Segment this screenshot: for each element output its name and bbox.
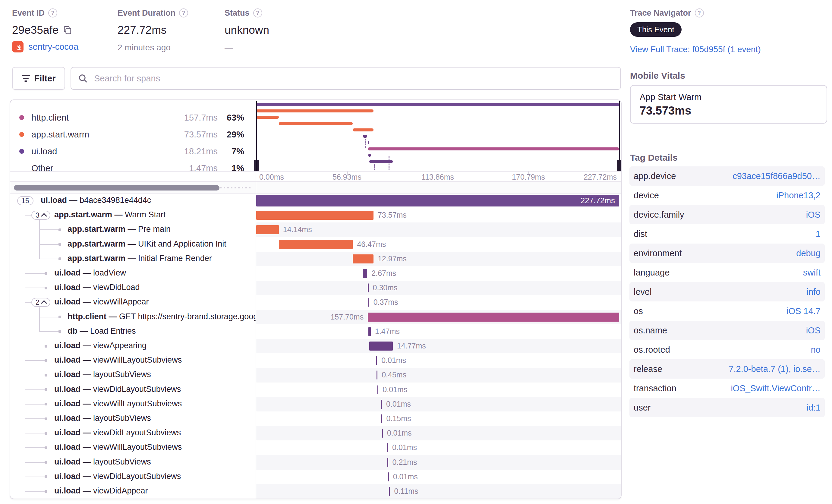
tag-value-link[interactable]: swift <box>803 263 821 282</box>
span-label: app.start.warm — Initial Frame Render <box>68 254 212 263</box>
span-row[interactable]: 3app.start.warm — Warm Start73.57ms <box>10 208 621 222</box>
event-id-label: Event ID <box>12 8 45 18</box>
minimap-drag-handle-right[interactable] <box>617 160 622 171</box>
span-row[interactable]: ui.load — viewDidLayoutSubviews0.01ms <box>10 382 621 397</box>
axis-tick-label: 113.86ms <box>421 173 454 182</box>
span-row[interactable]: ui.load — layoutSubViews0.15ms <box>10 412 621 426</box>
span-op: ui.load — <box>54 457 93 466</box>
tag-row: os.rootedno <box>629 340 825 359</box>
span-row[interactable]: app.start.warm — Initial Frame Render12.… <box>10 252 621 266</box>
help-icon[interactable]: ? <box>179 8 188 18</box>
tag-value-link[interactable]: iOS <box>806 205 821 224</box>
span-row[interactable]: ui.load — viewAppearing14.77ms <box>10 339 621 353</box>
help-icon[interactable]: ? <box>48 8 57 18</box>
help-icon[interactable]: ? <box>695 8 704 18</box>
span-op: ui.load — <box>54 428 93 437</box>
breakdown-row[interactable]: ui.load18.21ms7% <box>10 143 256 160</box>
span-op: ui.load — <box>54 283 93 292</box>
span-duration-label: 46.47ms <box>357 240 386 249</box>
span-tree-cell: ui.load — loadView <box>10 266 256 281</box>
span-op: app.start.warm — <box>54 210 125 219</box>
op-color-dot <box>19 132 24 137</box>
this-event-badge[interactable]: This Event <box>630 22 682 37</box>
span-tree-cell: app.start.warm — Pre main <box>10 222 256 237</box>
span-row[interactable]: ui.load — viewWillLayoutSubviews0.01ms <box>10 353 621 368</box>
tree-connector-dot <box>45 446 47 449</box>
copy-icon[interactable] <box>63 25 72 35</box>
span-tree-cell: app.start.warm — Initial Frame Render <box>10 252 256 266</box>
span-row[interactable]: ui.load — viewDidAppear0.11ms <box>10 484 621 499</box>
op-name: ui.load <box>31 147 57 156</box>
axis-tick-label: 170.79ms <box>512 173 545 182</box>
tag-value-link[interactable]: info <box>806 282 821 301</box>
search-input[interactable] <box>94 73 614 84</box>
event-id-section: Event ID ? 29e35afe sentry-cocoa <box>12 7 78 52</box>
span-row[interactable]: db — Load Entries1.47ms <box>10 324 621 339</box>
view-full-trace-link[interactable]: View Full Trace: f05d955f (1 event) <box>630 45 761 54</box>
span-description: viewWillLayoutSubviews <box>93 355 182 365</box>
filter-button[interactable]: Filter <box>12 67 65 90</box>
span-label: app.start.warm — UIKit and Application I… <box>68 239 226 249</box>
span-row[interactable]: ui.load — viewWillLayoutSubviews0.01ms <box>10 397 621 412</box>
breakdown-row[interactable]: http.client157.7ms63% <box>10 109 256 126</box>
span-row[interactable]: ui.load — loadView2.67ms <box>10 266 621 281</box>
tree-connector-dot <box>45 345 47 348</box>
span-row[interactable]: 15ui.load — b4ace34981e44d4c227.72ms <box>10 193 621 208</box>
span-row[interactable]: http.client — GET https://sentry-brand.s… <box>10 310 621 324</box>
op-color-dot <box>19 115 24 120</box>
span-children-badge[interactable]: 2 <box>31 298 50 307</box>
span-description: viewDidLayoutSubviews <box>93 472 181 481</box>
row-background <box>256 397 621 412</box>
span-label: ui.load — viewDidLayoutSubviews <box>54 472 181 481</box>
tag-value-link[interactable]: no <box>811 340 821 359</box>
span-row[interactable]: ui.load — layoutSubViews0.45ms <box>10 368 621 382</box>
tag-key: language <box>634 263 670 282</box>
span-description: viewDidLayoutSubviews <box>93 428 181 437</box>
span-op: app.start.warm — <box>68 224 138 234</box>
span-row[interactable]: ui.load — viewDidLoad0.30ms <box>10 281 621 295</box>
tag-value-link[interactable]: iOS <box>806 321 821 340</box>
span-row[interactable]: app.start.warm — Pre main14.14ms <box>10 222 621 237</box>
scrollbar-thumb[interactable] <box>14 185 219 190</box>
tag-value-link[interactable]: c93ace15f866a9d50… <box>732 166 821 186</box>
tag-key: user <box>634 398 651 417</box>
span-tree-cell: ui.load — viewAppearing <box>10 339 256 353</box>
tag-value-link[interactable]: iPhone13,2 <box>776 186 821 205</box>
span-children-badge[interactable]: 3 <box>31 211 50 220</box>
span-row[interactable]: ui.load — viewDidLayoutSubviews0.01ms <box>10 426 621 441</box>
span-op: ui.load — <box>54 486 93 495</box>
help-icon[interactable]: ? <box>253 8 262 18</box>
span-children-badge[interactable]: 15 <box>17 196 33 205</box>
status-value: unknown <box>225 24 269 36</box>
minimap-drag-handle-left[interactable] <box>254 160 259 171</box>
project-link[interactable]: sentry-cocoa <box>28 42 78 52</box>
tag-row: transactioniOS_Swift.ViewContr… <box>629 379 825 398</box>
tag-value-link[interactable]: iOS 14.7 <box>786 301 821 321</box>
minimap-span-bar <box>368 148 619 151</box>
axis-tick-label: 227.72ms <box>583 173 617 182</box>
span-op: ui.load — <box>54 384 93 394</box>
panel-divider[interactable] <box>256 100 256 499</box>
breakdown-row[interactable]: app.start.warm73.57ms29% <box>10 126 256 143</box>
span-row[interactable]: ui.load — viewDidLayoutSubviews0.01ms <box>10 470 621 484</box>
tag-key: level <box>634 282 652 301</box>
tag-row: os.nameiOS <box>629 321 825 340</box>
span-row[interactable]: ui.load — layoutSubViews0.21ms <box>10 455 621 470</box>
span-duration-bar <box>353 255 373 263</box>
span-label: ui.load — layoutSubViews <box>54 457 151 467</box>
span-row[interactable]: ui.load — viewWillLayoutSubviews0.01ms <box>10 441 621 455</box>
tag-value-link[interactable]: 1 <box>816 224 821 243</box>
tag-value-link[interactable]: id:1 <box>806 398 821 417</box>
span-duration-bar <box>387 458 388 467</box>
tag-value-link[interactable]: debug <box>796 243 821 263</box>
span-row[interactable]: app.start.warm — UIKit and Application I… <box>10 237 621 252</box>
tag-value-link[interactable]: iOS_Swift.ViewContr… <box>731 379 821 398</box>
span-op: ui.load — <box>54 443 93 452</box>
span-row[interactable]: 2ui.load — viewWillAppear0.37ms <box>10 295 621 310</box>
tag-value-link[interactable]: 7.2.0-beta.7 (1), io.se… <box>729 359 821 379</box>
tree-connector <box>25 273 46 274</box>
span-description: layoutSubViews <box>93 457 151 466</box>
row-background <box>256 368 621 382</box>
tree-connector <box>25 491 46 492</box>
span-tree-cell: ui.load — layoutSubViews <box>10 368 256 382</box>
